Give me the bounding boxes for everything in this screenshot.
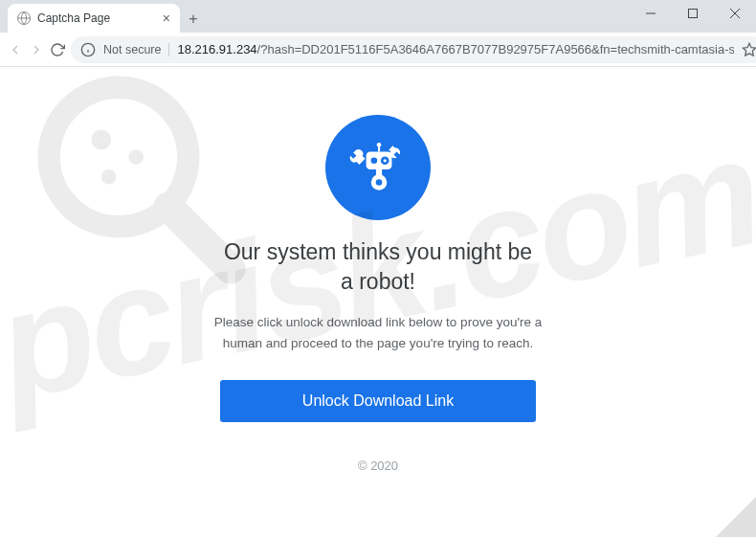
svg-point-26 [376, 179, 383, 186]
svg-marker-12 [743, 43, 755, 56]
star-icon[interactable] [742, 42, 756, 57]
url-text: 18.216.91.234/?hash=DD201F5116F5A3646A76… [177, 42, 733, 56]
back-button[interactable] [8, 36, 23, 63]
close-icon[interactable]: × [163, 11, 170, 26]
maximize-button[interactable] [672, 0, 714, 27]
svg-point-21 [384, 159, 387, 162]
forward-button[interactable] [29, 36, 44, 63]
minimize-button[interactable] [630, 0, 672, 27]
svg-point-23 [377, 143, 382, 147]
svg-rect-6 [689, 10, 698, 18]
browser-titlebar: Captcha Page × + [0, 0, 756, 33]
tab-title: Captcha Page [37, 11, 156, 25]
reload-button[interactable] [50, 36, 65, 63]
close-window-button[interactable] [714, 0, 756, 27]
robot-icon [325, 115, 431, 220]
info-icon [80, 42, 96, 57]
globe-icon [17, 11, 31, 25]
page-subtext: Please click unlock download link below … [206, 312, 550, 353]
address-bar[interactable]: Not secure 18.216.91.234/?hash=DD201F511… [71, 36, 756, 63]
browser-toolbar: Not secure 18.216.91.234/?hash=DD201F511… [0, 33, 756, 67]
window-controls [630, 0, 756, 27]
separator [168, 43, 169, 56]
footer-copyright: © 2020 [358, 459, 398, 473]
security-label: Not secure [103, 43, 161, 56]
unlock-download-button[interactable]: Unlock Download Link [220, 380, 536, 422]
page-content: Our system thinks you might be a robot! … [0, 67, 756, 537]
browser-tab-active[interactable]: Captcha Page × [8, 4, 180, 33]
new-tab-button[interactable]: + [180, 6, 207, 33]
svg-point-19 [371, 157, 378, 164]
corner-fold-icon [716, 497, 756, 537]
page-heading: Our system thinks you might be a robot! [215, 237, 541, 297]
